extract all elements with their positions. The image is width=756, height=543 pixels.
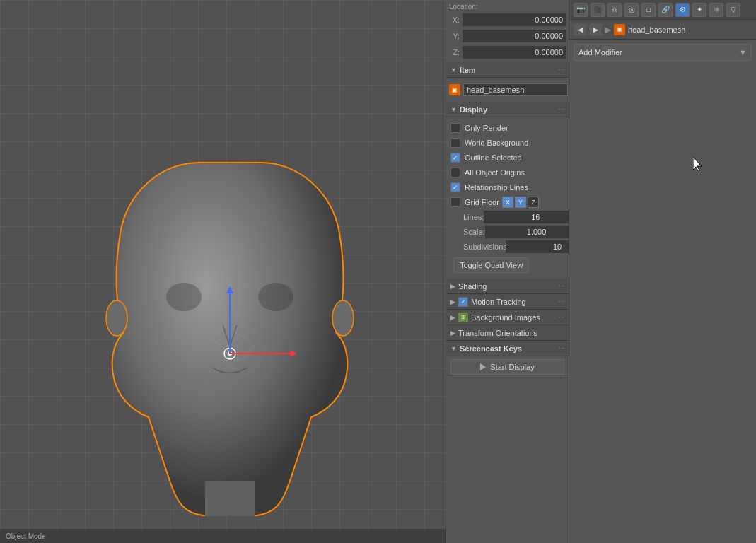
play-icon xyxy=(480,363,486,370)
cursor xyxy=(693,157,704,173)
modifier-nav-bar: ◀ ▶ ▶ ▣ head_basemesh xyxy=(569,20,756,40)
viewport[interactable]: Object Mode xyxy=(0,0,446,543)
z-input[interactable] xyxy=(463,46,566,59)
start-display-label: Start Display xyxy=(490,363,534,371)
world-background-label: World Background xyxy=(465,139,528,147)
item-name-row: ▣ xyxy=(449,82,566,98)
head-mesh xyxy=(71,141,389,516)
field-row-y: Y: xyxy=(449,28,566,44)
transform-orientations-section-header[interactable]: ▶ Transform Orientations xyxy=(446,325,569,341)
all-object-origins-row: All Object Origins xyxy=(449,165,566,180)
relationship-lines-checkbox[interactable] xyxy=(450,182,460,192)
outline-selected-label: Outline Selected xyxy=(465,153,522,162)
world-tab-icon[interactable]: ◎ xyxy=(624,3,639,17)
shading-title: Shading xyxy=(458,282,559,291)
modifiers-panel: 📷 🎥 ⛭ ◎ □ 🔗 ⚙ ✦ ⚛ ▽ ◀ ▶ ▶ ▣ head_basemes… xyxy=(569,0,756,543)
x-input[interactable] xyxy=(463,13,566,26)
modifier-icon-bar: 📷 🎥 ⛭ ◎ □ 🔗 ⚙ ✦ ⚛ ▽ xyxy=(569,0,756,20)
modifier-tab-icon[interactable]: ⚙ xyxy=(675,3,690,17)
particles-tab-icon[interactable]: ✦ xyxy=(692,3,706,17)
scale-label: Scale: xyxy=(449,228,485,236)
location-fields: Location: X: Y: Z: xyxy=(446,0,569,62)
add-modifier-dropdown[interactable]: Add Modifier ▼ xyxy=(574,44,752,61)
toggle-quad-view-button[interactable]: Toggle Quad View xyxy=(453,257,529,273)
svg-marker-10 xyxy=(693,157,702,171)
nav-back-icon[interactable]: ◀ xyxy=(574,23,586,36)
add-modifier-arrow-icon: ▼ xyxy=(739,48,747,57)
physics-tab-icon[interactable]: ⚛ xyxy=(709,3,723,17)
y-label: Y: xyxy=(449,32,460,40)
subdivisions-input[interactable] xyxy=(506,240,569,253)
world-background-checkbox[interactable] xyxy=(450,138,460,148)
mesh-nav-icon: ▣ xyxy=(614,24,625,35)
motion-tracking-checkbox[interactable]: ✓ xyxy=(458,297,468,307)
axis-x-btn[interactable]: X xyxy=(502,197,513,208)
relationship-lines-row: Relationship Lines xyxy=(449,180,566,194)
viewport-mode-label: Object Mode xyxy=(6,532,46,540)
display-arrow-icon: ▼ xyxy=(450,106,457,113)
add-modifier-label: Add Modifier xyxy=(578,48,622,57)
display-section-header[interactable]: ▼ Display ··· xyxy=(446,102,569,117)
display-section-title: Display xyxy=(460,105,559,114)
properties-panel: Location: X: Y: Z: ▼ Item ··· ▣ ▼ Displa… xyxy=(446,0,569,543)
background-images-icon: ⊞ xyxy=(458,313,468,322)
background-images-arrow-icon: ▶ xyxy=(450,314,455,321)
screencast-keys-header[interactable]: ▼ Screencast Keys ··· xyxy=(446,341,569,356)
data-tab-icon[interactable]: ▽ xyxy=(726,3,740,17)
modifier-content-area xyxy=(569,65,756,543)
svg-point-1 xyxy=(258,283,293,311)
item-arrow-icon: ▼ xyxy=(450,66,457,74)
location-header: Location: xyxy=(449,1,566,12)
axis-y-btn[interactable]: Y xyxy=(515,197,526,208)
screencast-keys-section: ▼ Screencast Keys ··· Start Display xyxy=(446,341,569,378)
item-section-title: Item xyxy=(460,66,559,74)
all-object-origins-label: All Object Origins xyxy=(465,168,525,177)
grid-floor-row: Grid Floor X Y Z xyxy=(449,195,566,209)
shading-section-header[interactable]: ▶ Shading ··· xyxy=(446,279,569,294)
scale-row: Scale: xyxy=(449,225,566,239)
y-input[interactable] xyxy=(463,30,566,42)
render-tab-icon[interactable]: 📷 xyxy=(574,3,588,17)
transform-orientations-title: Transform Orientations xyxy=(458,329,564,337)
outline-selected-checkbox[interactable] xyxy=(450,153,460,163)
scene-tab-icon[interactable]: ⛭ xyxy=(607,3,622,17)
start-display-button[interactable]: Start Display xyxy=(450,359,564,375)
item-content: ▣ xyxy=(446,78,569,102)
grid-floor-checkbox[interactable] xyxy=(450,197,460,207)
svg-point-3 xyxy=(332,300,354,336)
field-row-x: X: xyxy=(449,12,566,28)
breadcrumb-separator: ▶ xyxy=(605,25,611,35)
background-images-section-header[interactable]: ▶ ⊞ Background Images ··· xyxy=(446,310,569,325)
background-images-title: Background Images xyxy=(471,313,559,322)
motion-tracking-title: Motion Tracking xyxy=(471,298,559,306)
subdivisions-row: Subdivisions: xyxy=(449,240,566,254)
scale-input[interactable] xyxy=(485,226,569,238)
camera-tab-icon[interactable]: 🎥 xyxy=(591,3,605,17)
shading-dots: ··· xyxy=(559,282,564,290)
constraint-tab-icon[interactable]: 🔗 xyxy=(658,3,673,17)
object-tab-icon[interactable]: □ xyxy=(641,3,656,17)
lines-label: Lines: xyxy=(449,213,484,221)
add-modifier-row: Add Modifier ▼ xyxy=(569,40,756,65)
motion-tracking-section-header[interactable]: ▶ ✓ Motion Tracking ··· xyxy=(446,294,569,310)
all-object-origins-checkbox[interactable] xyxy=(450,168,460,177)
nav-forward-icon[interactable]: ▶ xyxy=(589,23,602,36)
x-label: X: xyxy=(449,16,460,24)
svg-point-0 xyxy=(166,283,202,311)
object-name-input[interactable] xyxy=(463,83,568,96)
svg-point-2 xyxy=(106,300,127,336)
outline-selected-row: Outline Selected xyxy=(449,151,566,165)
transform-arrow-icon: ▶ xyxy=(450,329,455,337)
z-label: Z: xyxy=(449,48,460,57)
object-name-nav: head_basemesh xyxy=(628,25,685,34)
display-content: Only Render World Background Outline Sel… xyxy=(446,117,569,279)
only-render-checkbox[interactable] xyxy=(450,123,460,133)
only-render-label: Only Render xyxy=(465,124,508,132)
screencast-dots: ··· xyxy=(559,344,564,352)
axis-z-btn[interactable]: Z xyxy=(528,197,539,208)
item-section-header[interactable]: ▼ Item ··· xyxy=(446,62,569,78)
lines-input[interactable] xyxy=(484,211,569,223)
mesh-icon: ▣ xyxy=(449,84,460,95)
screencast-arrow-icon: ▼ xyxy=(450,345,457,352)
only-render-row: Only Render xyxy=(449,121,566,135)
